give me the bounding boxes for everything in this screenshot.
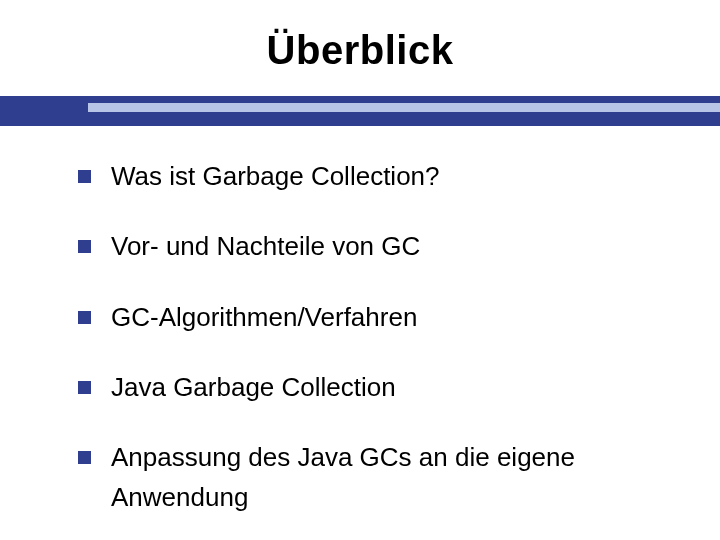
list-item-text: Anpassung des Java GCs an die eigene Anw… [111, 437, 680, 518]
bullet-list: Was ist Garbage Collection? Vor- und Nac… [78, 156, 680, 540]
list-item: Was ist Garbage Collection? [78, 156, 680, 196]
list-item-text: Vor- und Nachteile von GC [111, 226, 680, 266]
square-bullet-icon [78, 170, 91, 183]
list-item: Vor- und Nachteile von GC [78, 226, 680, 266]
list-item: GC-Algorithmen/Verfahren [78, 297, 680, 337]
list-item-text: Java Garbage Collection [111, 367, 680, 407]
square-bullet-icon [78, 381, 91, 394]
square-bullet-icon [78, 240, 91, 253]
list-item: Java Garbage Collection [78, 367, 680, 407]
square-bullet-icon [78, 311, 91, 324]
list-item-text: GC-Algorithmen/Verfahren [111, 297, 680, 337]
slide: Überblick Was ist Garbage Collection? Vo… [0, 0, 720, 540]
header-bar-light [88, 103, 720, 112]
list-item-text: Was ist Garbage Collection? [111, 156, 680, 196]
square-bullet-icon [78, 451, 91, 464]
list-item: Anpassung des Java GCs an die eigene Anw… [78, 437, 680, 518]
slide-title: Überblick [0, 28, 720, 73]
